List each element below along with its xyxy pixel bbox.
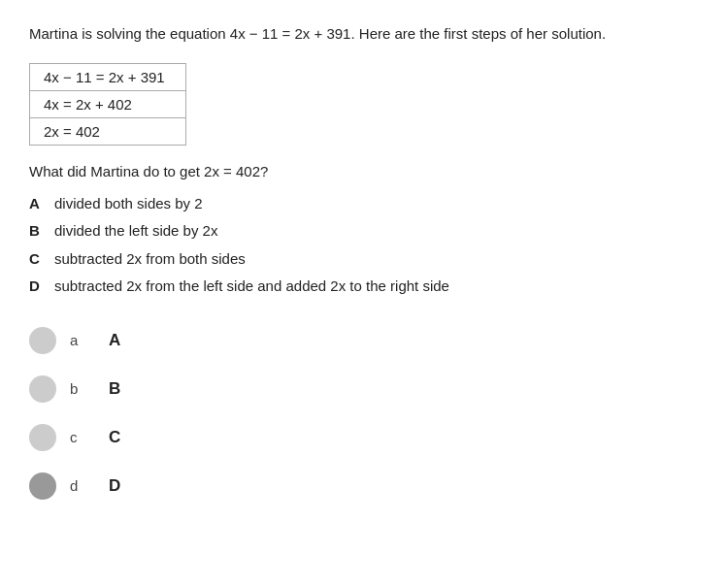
equation-table: 4x − 11 = 2x + 391 4x = 2x + 402 2x = 40…	[29, 63, 186, 146]
radio-big-label-d: D	[109, 476, 120, 496]
radio-row-a[interactable]: aA	[29, 327, 699, 354]
answer-choice-b: Bdivided the left side by 2x	[29, 220, 699, 243]
answer-choice-c: Csubtracted 2x from both sides	[29, 248, 699, 271]
radio-section: aAbBcCdD	[29, 327, 699, 500]
equation-step-2: 4x = 2x + 402	[30, 91, 185, 118]
answer-choice-d: Dsubtracted 2x from the left side and ad…	[29, 276, 699, 298]
question-text: What did Martina do to get 2x = 402?	[29, 163, 699, 179]
radio-small-label-c: c	[70, 429, 91, 445]
radio-big-label-b: B	[109, 379, 120, 399]
radio-circle-d[interactable]	[29, 472, 56, 500]
radio-row-c[interactable]: cC	[29, 424, 699, 451]
radio-small-label-d: d	[70, 477, 91, 494]
radio-circle-a[interactable]	[29, 327, 56, 354]
equation-step-3: 2x = 402	[30, 118, 185, 145]
equation-step-1: 4x − 11 = 2x + 391	[30, 64, 185, 91]
answer-choice-a: Adivided both sides by 2	[29, 193, 699, 215]
choice-letter-c: C	[29, 248, 50, 271]
radio-small-label-a: a	[70, 332, 91, 348]
choice-text-d: subtracted 2x from the left side and add…	[54, 276, 699, 298]
radio-big-label-a: A	[109, 331, 120, 350]
radio-big-label-c: C	[109, 428, 120, 447]
problem-intro: Martina is solving the equation 4x − 11 …	[29, 23, 699, 46]
radio-small-label-b: b	[70, 380, 91, 397]
choice-letter-b: B	[29, 220, 50, 243]
radio-circle-c[interactable]	[29, 424, 56, 451]
answer-choices: Adivided both sides by 2Bdivided the lef…	[29, 193, 699, 298]
choice-text-c: subtracted 2x from both sides	[54, 248, 699, 271]
choice-text-b: divided the left side by 2x	[54, 220, 699, 243]
radio-row-b[interactable]: bB	[29, 375, 699, 403]
radio-circle-b[interactable]	[29, 375, 56, 403]
choice-text-a: divided both sides by 2	[54, 193, 699, 215]
choice-letter-d: D	[29, 276, 50, 298]
choice-letter-a: A	[29, 193, 50, 215]
radio-row-d[interactable]: dD	[29, 472, 699, 500]
